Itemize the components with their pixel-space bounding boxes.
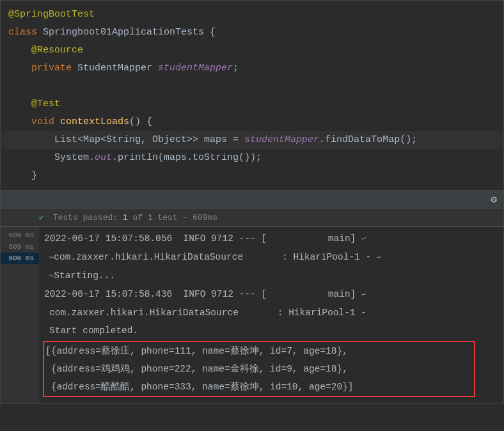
- highlighted-line: List<Map<String, Object>> maps = student…: [1, 131, 503, 149]
- gutter-time-1[interactable]: 609 ms: [1, 230, 39, 241]
- tests-passed-count: 1: [123, 213, 133, 223]
- type-studentmapper: StudentMapper: [72, 63, 158, 74]
- log-line: com.zaxxer.hikari.HikariDataSource : Hik…: [44, 304, 498, 322]
- anno-resource: @Resource: [31, 45, 83, 56]
- wrap-icon: ↩: [361, 235, 366, 244]
- panel-toolbar: ⚙: [1, 191, 503, 208]
- output-line: {address=鸡鸡鸡, phone=222, name=金科徐, id=9,…: [45, 360, 473, 378]
- check-icon: ✔: [39, 213, 44, 223]
- wrap-icon: ↩: [361, 290, 366, 299]
- highlighted-output: [{address=蔡徐庄, phone=111, name=蔡徐坤, id=7…: [43, 341, 475, 397]
- anno-test: @Test: [31, 98, 60, 109]
- class-decl: Springboot01ApplicationTests {: [37, 27, 216, 38]
- log-line: 2022-06-17 15:07:58.056 INFO 9712 --- [ …: [44, 230, 498, 248]
- output-line: [{address=蔡徐庄, phone=111, name=蔡徐坤, id=7…: [45, 342, 473, 360]
- wrap-icon: ↩: [377, 253, 381, 262]
- gutter-time-2[interactable]: 609 ms: [1, 241, 39, 253]
- test-status-bar: ✔ Tests passed: 1 of 1 test – 609ms: [1, 208, 503, 227]
- anno-springboottest: @SpringBootTest: [8, 9, 95, 20]
- field-ref: studentMapper: [244, 134, 319, 145]
- method-contextloads: contextLoads: [54, 116, 129, 127]
- log-line: ↪Starting...: [44, 267, 498, 285]
- kw-class: class: [8, 27, 37, 38]
- tests-passed-suffix: of 1 test – 609ms: [133, 213, 218, 223]
- test-tree-gutter[interactable]: 609 ms 609 ms 609 ms: [1, 227, 39, 404]
- kw-void: void: [31, 116, 54, 127]
- tests-passed-label: Tests passed:: [53, 213, 118, 223]
- gutter-time-3[interactable]: 609 ms: [1, 253, 39, 264]
- log-line: 2022-06-17 15:07:58.436 INFO 9712 --- [ …: [44, 285, 498, 304]
- output-line: {address=酷酷酷, phone=333, name=蔡徐坤, id=10…: [45, 378, 473, 396]
- kw-private: private: [31, 63, 72, 74]
- code-editor[interactable]: @SpringBootTest class Springboot01Applic…: [0, 0, 504, 190]
- field-out: out: [95, 152, 112, 163]
- console-area: 609 ms 609 ms 609 ms 2022-06-17 15:07:58…: [1, 227, 503, 404]
- log-line: ↪com.zaxxer.hikari.HikariDataSource : Hi…: [44, 248, 498, 267]
- field-studentmapper: studentMapper: [158, 63, 233, 74]
- run-panel: ⚙ ✔ Tests passed: 1 of 1 test – 609ms 60…: [0, 190, 504, 404]
- gear-icon[interactable]: ⚙: [491, 193, 497, 206]
- log-line: Start completed.: [44, 322, 498, 340]
- console-output[interactable]: 2022-06-17 15:07:58.056 INFO 9712 --- [ …: [39, 227, 503, 404]
